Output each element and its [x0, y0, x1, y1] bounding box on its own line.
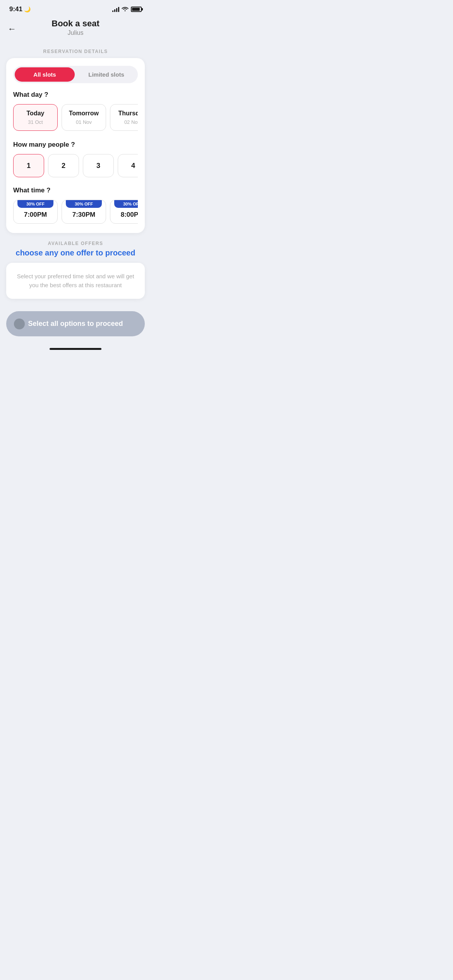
people-card-3[interactable]: 3 — [83, 154, 114, 177]
time-card-800pm[interactable]: 30% OFF 8:00PM — [110, 200, 138, 224]
status-icons — [112, 6, 142, 12]
time-value-700pm: 7:00PM — [24, 211, 47, 219]
proceed-button-dot — [14, 319, 25, 329]
discount-badge-730pm: 30% OFF — [66, 200, 102, 208]
discount-badge-800pm: 30% OFF — [114, 200, 138, 208]
time-selector: 30% OFF 7:00PM 30% OFF 7:30PM 30% OFF 8:… — [13, 200, 138, 224]
reservation-card: All slots Limited slots What day ? Today… — [6, 58, 145, 233]
limited-slots-tab[interactable]: Limited slots — [76, 67, 136, 82]
back-button[interactable]: ← — [8, 24, 16, 34]
moon-icon: 🌙 — [24, 6, 31, 12]
people-card-1[interactable]: 1 — [13, 154, 44, 177]
wifi-icon — [122, 6, 129, 12]
all-slots-tab[interactable]: All slots — [15, 67, 75, 82]
back-arrow-icon: ← — [8, 24, 16, 34]
time-card-700pm[interactable]: 30% OFF 7:00PM — [13, 200, 58, 224]
time-text: 9:41 — [9, 5, 22, 13]
time-card-730pm[interactable]: 30% OFF 7:30PM — [62, 200, 106, 224]
day-name-today: Today — [27, 110, 45, 117]
day-section-title: What day ? — [13, 91, 138, 99]
day-selector: Today 31 Oct Tomorrow 01 Nov Thursday 02… — [13, 104, 138, 132]
offers-section-title: choose any one offer to proceed — [6, 248, 145, 257]
day-date-tomorrow: 01 Nov — [76, 119, 92, 125]
reservation-section-label: RESERVATION DETAILS — [0, 43, 151, 58]
bottom-section: Select all options to proceed — [0, 305, 151, 348]
page-title: Book a seat — [51, 19, 100, 29]
people-selector: 1 2 3 4 — [13, 154, 138, 177]
day-card-tomorrow[interactable]: Tomorrow 01 Nov — [62, 104, 106, 131]
people-section-title: How many people ? — [13, 141, 138, 149]
people-card-4[interactable]: 4 — [118, 154, 138, 177]
offers-card: Select your preferred time slot and we w… — [6, 263, 145, 299]
day-date-thursday: 02 Nov — [124, 119, 138, 125]
time-section-title: What time ? — [13, 187, 138, 194]
signal-icon — [112, 7, 119, 12]
discount-badge-700pm: 30% OFF — [17, 200, 53, 208]
battery-icon — [131, 7, 142, 12]
page-header: ← Book a seat Julius — [0, 15, 151, 43]
people-card-2[interactable]: 2 — [48, 154, 79, 177]
time-value-800pm: 8:00PM — [121, 211, 138, 219]
offers-section-label: AVAILABLE OFFERS — [6, 241, 145, 246]
status-bar: 9:41 🌙 — [0, 0, 151, 15]
time-value-730pm: 7:30PM — [72, 211, 96, 219]
status-time: 9:41 🌙 — [9, 5, 31, 13]
home-indicator — [0, 348, 151, 353]
proceed-button[interactable]: Select all options to proceed — [6, 311, 145, 336]
day-name-thursday: Thursday — [118, 110, 138, 117]
day-card-thursday[interactable]: Thursday 02 Nov — [110, 104, 138, 131]
day-name-tomorrow: Tomorrow — [69, 110, 99, 117]
offers-section: AVAILABLE OFFERS choose any one offer to… — [0, 233, 151, 305]
offers-placeholder: Select your preferred time slot and we w… — [14, 272, 137, 290]
home-indicator-bar — [50, 348, 101, 350]
day-date-today: 31 Oct — [28, 119, 43, 125]
page-subtitle: Julius — [68, 29, 84, 36]
slot-toggle: All slots Limited slots — [13, 66, 138, 83]
day-card-today[interactable]: Today 31 Oct — [13, 104, 58, 131]
proceed-button-label: Select all options to proceed — [28, 320, 123, 328]
